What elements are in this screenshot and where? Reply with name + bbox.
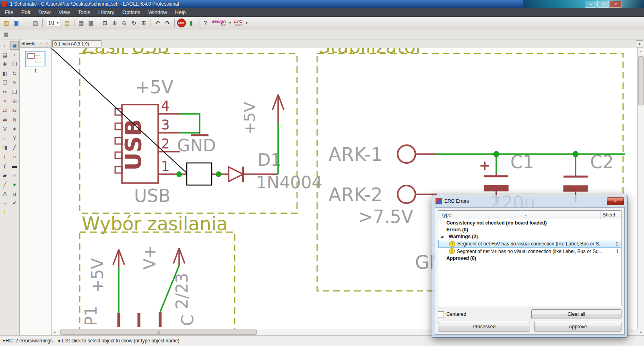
usb-part-name[interactable]: USB	[120, 119, 146, 171]
print-button[interactable]: ≡	[21, 19, 30, 27]
zoom-select-button[interactable]: ⊞	[139, 19, 148, 27]
panel-close-icon[interactable]: ×	[45, 41, 50, 45]
wybor-5v-arrow[interactable]	[113, 249, 124, 268]
ltspice-logo-button[interactable]: LTCspice	[234, 19, 243, 27]
mirror-icon[interactable]: ◧	[0, 69, 9, 78]
pinswap-icon[interactable]: ⇄	[0, 106, 9, 115]
frame-title-zasil[interactable]: Zasil USB	[82, 48, 169, 58]
frame-title-wybor[interactable]: Wybór zasilania	[82, 213, 228, 235]
menu-window[interactable]: Window	[144, 9, 171, 15]
ark1-terminal[interactable]	[398, 145, 415, 163]
save-button[interactable]: ▣	[12, 19, 21, 27]
wybor-gate-label[interactable]: C	[178, 315, 197, 326]
supply-arrow-5v[interactable]	[272, 95, 284, 123]
wybor-vplus-arrow[interactable]	[173, 248, 185, 266]
sheets-tab[interactable]: Sheets ▫ ×	[20, 39, 51, 48]
close-button[interactable]: ×	[610, 1, 621, 8]
sheet-thumbnail[interactable]	[25, 51, 45, 67]
dropdown-arrow-button[interactable]: ▾	[244, 21, 249, 25]
dimension-icon[interactable]: ↔	[0, 198, 9, 207]
menu-file[interactable]: File	[1, 9, 17, 15]
dropdown-arrow-button[interactable]: ▾	[228, 21, 232, 25]
erc-row-consistency[interactable]: Consistency not checked (no board loaded…	[438, 219, 621, 226]
zoom-in-button[interactable]: ⊕	[110, 19, 119, 27]
gateswap-icon[interactable]: ⇌	[0, 115, 9, 124]
circle-icon[interactable]: ○	[10, 152, 19, 161]
invoke-icon[interactable]: ◨	[0, 143, 9, 152]
maximize-button[interactable]: □	[597, 1, 609, 8]
connector-pins[interactable]	[119, 312, 160, 327]
menu-draw[interactable]: Draw	[34, 9, 54, 15]
menu-tools[interactable]: Tools	[74, 9, 94, 15]
errors-icon[interactable]: !	[0, 208, 9, 216]
dock-icon[interactable]: ▫	[39, 41, 43, 45]
junction-icon[interactable]: ●	[10, 180, 19, 189]
erc-row-warning-5v[interactable]: ! Segment of net +5V has no visual conne…	[438, 240, 621, 248]
arc-icon[interactable]: (	[0, 161, 9, 170]
erc-row-warning-vplus[interactable]: ! Segment of net V+ has no visual connec…	[438, 248, 621, 255]
label-ark1[interactable]: ARK-1	[328, 144, 383, 165]
show-icon[interactable]: ◉	[10, 41, 19, 50]
add-icon[interactable]: ⊞	[10, 97, 19, 105]
paste-icon[interactable]: ❏	[10, 87, 19, 96]
expander-icon[interactable]: ◢	[438, 235, 449, 238]
export-image-button[interactable]: ▧	[31, 19, 40, 27]
title-bar[interactable]: 1 Schematic - C:\Users\Piter\Desktop\sch…	[0, 0, 644, 8]
vertical-scrollbar[interactable]: ▴	[637, 48, 644, 329]
selection-box[interactable]	[187, 163, 212, 185]
label-5v-vertical[interactable]: +5V	[241, 102, 258, 135]
diode-d1[interactable]	[229, 167, 243, 181]
text-icon[interactable]: T	[0, 152, 9, 161]
erc-row-approved[interactable]: Approved (0)	[438, 255, 621, 262]
command-history-dropdown[interactable]: ▾	[636, 40, 643, 47]
rect-icon[interactable]: ▬	[10, 161, 19, 170]
move-icon[interactable]: ✚	[0, 60, 9, 68]
smash-icon[interactable]: ✶	[10, 124, 19, 133]
label-gnd[interactable]: GND	[177, 136, 216, 155]
processed-button[interactable]: Processed	[438, 322, 530, 332]
scroll-up-icon[interactable]: ▴	[640, 48, 642, 54]
rotate-icon[interactable]: ↻	[10, 69, 19, 78]
cut-icon[interactable]: ✂	[0, 87, 9, 96]
erc-row-warnings[interactable]: ◢ Warnings (2)	[438, 233, 621, 240]
minimize-button[interactable]: –	[585, 1, 597, 8]
clear-all-button[interactable]: Clear all	[531, 309, 621, 319]
usb-pin3[interactable]: 3	[161, 117, 170, 133]
copy-icon[interactable]: ❐	[10, 60, 19, 68]
usb-value[interactable]: USB	[134, 185, 170, 206]
centered-checkbox[interactable]	[438, 311, 444, 317]
open-button[interactable]: ▨	[2, 19, 11, 27]
name-icon[interactable]: N	[10, 115, 19, 124]
ark2-terminal[interactable]	[398, 185, 415, 203]
menu-view[interactable]: View	[55, 9, 74, 15]
zoom-out-button[interactable]: ⊖	[120, 19, 129, 27]
sheet-selector-dropdown[interactable]: 1/1▾	[47, 19, 60, 27]
polygon-icon[interactable]: ▰	[0, 171, 9, 179]
menu-options[interactable]: Options	[118, 9, 144, 15]
designlink-logo-button[interactable]: designlink	[212, 19, 226, 27]
menu-help[interactable]: Help	[171, 9, 190, 15]
mark-icon[interactable]: +	[10, 50, 19, 59]
scroll-right-icon[interactable]: ▸	[638, 330, 644, 334]
net-icon[interactable]: ╱	[0, 180, 9, 189]
wybor-pin-label[interactable]: 2/23	[173, 273, 191, 309]
erc-col-sheet[interactable]: Sheet	[601, 211, 621, 219]
label-icon[interactable]: A	[0, 189, 9, 198]
horizontal-scroll-thumb[interactable]: |||	[60, 330, 257, 335]
redo-button[interactable]: ↷	[163, 19, 172, 27]
usb-pin4[interactable]: 4	[161, 98, 170, 114]
usb-pin2[interactable]: 2	[161, 136, 170, 152]
erc-close-button[interactable]: ×	[607, 197, 624, 205]
erc-dialog-titlebar[interactable]: ERC Errors ×	[432, 195, 627, 207]
display-icon[interactable]: ▤	[0, 50, 9, 59]
frame-title-stab[interactable]: Stabilizator	[318, 48, 423, 58]
erc-list-header[interactable]: Type ▴ Sheet	[438, 211, 621, 219]
bus-icon[interactable]: ≣	[10, 171, 19, 179]
approve-button[interactable]: Approve	[534, 322, 621, 332]
scroll-left-icon[interactable]: ◂	[52, 330, 58, 334]
wybor-p1-label[interactable]: P1	[82, 306, 100, 326]
wybor-vplus-label[interactable]: V+	[140, 245, 159, 270]
use-library-button[interactable]: ▤	[63, 19, 72, 27]
layers-button[interactable]: ▩	[87, 19, 95, 27]
stop-button[interactable]: STOP	[177, 19, 186, 27]
